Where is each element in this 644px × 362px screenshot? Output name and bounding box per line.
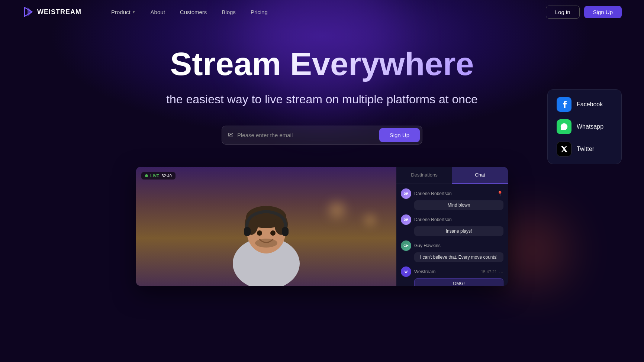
navbar: WEISTREAM Product ▼ About Customers Blog… xyxy=(0,0,644,24)
person-svg xyxy=(207,174,326,286)
bokeh-1 xyxy=(329,203,344,217)
social-facebook[interactable]: Facebook xyxy=(557,97,612,112)
chat-message-1: DR Darlene Robertson 📍 Mind blown xyxy=(401,188,503,210)
pin-icon-1: 📍 xyxy=(496,190,503,197)
msg-header-4: W Weistream xyxy=(401,266,435,277)
msg-bubble-3: I can't believe that. Every move counts! xyxy=(414,252,503,262)
whatsapp-label: Whatsapp xyxy=(577,123,603,130)
msg-header-3: GH Guy Hawkins xyxy=(401,240,503,251)
nav-customers[interactable]: Customers xyxy=(180,9,207,15)
chat-message-4: W Weistream 15:47:21 ··· OMG! xyxy=(401,266,503,286)
more-icon-4[interactable]: ··· xyxy=(499,269,503,275)
msg-time-4: 15:47:21 xyxy=(481,269,497,274)
hero-subtitle: the easiest way to live stream on multip… xyxy=(155,91,489,108)
video-panel: LIVE 32:49 xyxy=(136,167,396,286)
live-badge: LIVE 32:49 xyxy=(141,172,176,180)
dashboard-preview: LIVE 32:49 Destinations Chat xyxy=(136,167,508,286)
email-form: ✉ Sign Up xyxy=(222,126,422,145)
svg-rect-10 xyxy=(244,227,251,236)
nav-pricing[interactable]: Pricing xyxy=(251,9,268,15)
signup-nav-button[interactable]: Sign Up xyxy=(584,6,622,18)
nav-product[interactable]: Product ▼ xyxy=(111,9,136,15)
login-button[interactable]: Log in xyxy=(546,6,580,19)
facebook-icon xyxy=(557,97,571,112)
social-whatsapp[interactable]: Whatsapp xyxy=(557,119,612,134)
nav-links: Product ▼ About Customers Blogs Pricing xyxy=(111,9,546,15)
msg-bubble-4: OMG! xyxy=(414,278,503,286)
live-indicator xyxy=(145,174,148,177)
hero-section: Stream Everywhere the easiest way to liv… xyxy=(0,24,644,301)
msg-header-2: DR Darlene Robertson xyxy=(401,214,503,225)
chat-message-3: GH Guy Hawkins I can't believe that. Eve… xyxy=(401,240,503,262)
msg-username-3: Guy Hawkins xyxy=(414,243,441,248)
msg-bubble-1: Mind blown xyxy=(414,200,503,210)
product-dropdown-arrow: ▼ xyxy=(132,10,136,14)
video-content: LIVE 32:49 xyxy=(136,167,396,286)
whatsapp-icon xyxy=(557,119,571,134)
msg-header-1: DR Darlene Robertson 📍 xyxy=(401,188,503,199)
chat-panel: Destinations Chat DR Darlene Robertson xyxy=(396,167,508,286)
twitter-label: Twitter xyxy=(577,146,594,152)
logo[interactable]: WEISTREAM xyxy=(22,6,81,18)
svg-point-8 xyxy=(257,230,262,236)
svg-rect-11 xyxy=(282,227,289,236)
avatar-weistream: W xyxy=(401,266,411,277)
social-twitter[interactable]: Twitter xyxy=(557,142,612,156)
signup-hero-button[interactable]: Sign Up xyxy=(379,128,420,142)
nav-actions: Log in Sign Up xyxy=(546,6,622,19)
tab-chat[interactable]: Chat xyxy=(452,167,508,184)
svg-point-9 xyxy=(270,230,276,236)
chat-messages: DR Darlene Robertson 📍 Mind blown DR xyxy=(396,184,508,286)
msg-username-4: Weistream xyxy=(414,269,435,274)
live-label: LIVE xyxy=(150,174,159,178)
msg-bubble-2: Insane plays! xyxy=(414,226,503,236)
svg-point-12 xyxy=(255,239,277,248)
avatar-guy: GH xyxy=(401,240,411,251)
logo-icon xyxy=(22,6,34,18)
bokeh-2 xyxy=(364,214,376,226)
live-timer: 32:49 xyxy=(161,174,172,178)
msg-username-1: Darlene Robertson xyxy=(414,191,452,196)
msg-username-2: Darlene Robertson xyxy=(414,217,452,222)
tab-destinations[interactable]: Destinations xyxy=(396,167,452,184)
chat-message-2: DR Darlene Robertson Insane plays! xyxy=(401,214,503,236)
nav-blogs[interactable]: Blogs xyxy=(222,9,236,15)
email-input[interactable] xyxy=(237,132,379,138)
hero-title: Stream Everywhere xyxy=(7,46,637,82)
nav-about[interactable]: About xyxy=(151,9,165,15)
avatar-darlene-1: DR xyxy=(401,188,411,199)
chat-tabs: Destinations Chat xyxy=(396,167,508,184)
svg-marker-1 xyxy=(28,7,33,16)
email-icon: ✉ xyxy=(228,131,234,139)
avatar-darlene-2: DR xyxy=(401,214,411,225)
brand-name: WEISTREAM xyxy=(37,8,81,16)
facebook-label: Facebook xyxy=(577,101,603,108)
social-sidebar: Facebook Whatsapp Twitter xyxy=(547,89,622,164)
twitter-x-icon xyxy=(557,142,571,156)
